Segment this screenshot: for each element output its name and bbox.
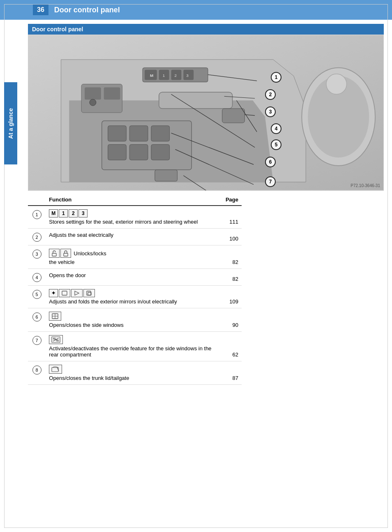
icon-override: [49, 335, 63, 344]
table-row: 4Opens the door82: [28, 269, 242, 286]
row-6-desc: Opens/closes the side windows: [49, 322, 123, 328]
row-6-num: 6: [28, 308, 46, 332]
svg-text:M: M: [150, 73, 153, 78]
row-2-desc: Adjusts the seat electrically: [49, 232, 113, 238]
row-5-function: ✦ Adjusts and folds the exterior mirrors…: [46, 286, 215, 308]
row-3-num: 3: [28, 245, 46, 269]
icon-lock: [60, 249, 71, 258]
row-5-desc: Adjusts and folds the exterior mirrors i…: [49, 298, 177, 305]
row-1-function: M 1 2 3 Stores settings for the seat, ex…: [46, 206, 215, 229]
table-header-row: Function Page: [28, 194, 242, 206]
svg-rect-23: [155, 170, 178, 181]
table-row: 6 Opens/closes the side windows90: [28, 308, 242, 332]
side-tab-label: At a glance: [7, 108, 14, 139]
svg-rect-20: [104, 87, 120, 99]
row-8-page: 87: [215, 361, 242, 385]
icon-m: M: [49, 209, 58, 217]
svg-marker-38: [75, 291, 79, 295]
row-3-function: Unlocks/locks the vehicle: [46, 245, 215, 269]
svg-text:2: 2: [175, 73, 177, 78]
row-3-page: 82: [215, 245, 242, 269]
row-4-num: 4: [28, 269, 46, 286]
svg-rect-37: [62, 291, 67, 295]
row-1-desc: Stores settings for the seat, exterior m…: [49, 219, 198, 225]
circle-1: 1: [32, 210, 42, 219]
svg-rect-19: [85, 87, 101, 99]
callout-7: 7: [265, 176, 276, 187]
circle-5: 5: [32, 290, 42, 299]
row-5-page: 109: [215, 286, 242, 308]
svg-rect-1: [159, 92, 233, 109]
svg-rect-13: [129, 126, 148, 141]
svg-rect-15: [108, 144, 127, 160]
icon-adjust: ✦: [49, 289, 58, 297]
col-function-header: Function: [46, 194, 215, 206]
row-4-desc: Opens the door: [49, 272, 86, 278]
table-row: 2Adjusts the seat electrically100: [28, 229, 242, 245]
icon-2: 2: [69, 209, 78, 217]
circle-3: 3: [32, 250, 42, 259]
table-row: 3 Unlocks/locks the vehicle82: [28, 245, 242, 269]
header-title: Door control panel: [54, 6, 120, 14]
row-1-page: 111: [215, 206, 242, 229]
row-8-num: 8: [28, 361, 46, 385]
svg-rect-36: [64, 253, 68, 256]
svg-rect-35: [52, 253, 56, 256]
main-content: Door control panel: [28, 20, 384, 385]
icon-fold: [83, 289, 95, 297]
row-2-page: 100: [215, 229, 242, 245]
section-header: Door control panel: [28, 24, 384, 35]
car-image: M 1 2 3: [28, 35, 384, 191]
circle-7: 7: [32, 336, 42, 345]
row-2-function: Adjusts the seat electrically: [46, 229, 215, 245]
callout-5: 5: [271, 139, 281, 150]
photo-reference: P72.10-3646-31: [350, 183, 380, 188]
row-8-desc: Opens/closes the trunk lid/tailgate: [49, 375, 129, 381]
svg-text:1: 1: [163, 73, 165, 78]
table-row: 8 Opens/closes the trunk lid/tailgate87: [28, 361, 242, 385]
callout-1: 1: [271, 72, 281, 83]
svg-rect-16: [129, 144, 148, 160]
row-6-page: 90: [215, 308, 242, 332]
header-page-num: 36: [33, 5, 48, 15]
icon-mirror1: [59, 289, 70, 297]
header: 36 Door control panel: [0, 0, 392, 20]
circle-8: 8: [32, 365, 42, 375]
row-4-page: 82: [215, 269, 242, 286]
callout-4: 4: [271, 123, 281, 134]
circle-6: 6: [32, 312, 42, 322]
row-4-function: Opens the door: [46, 269, 215, 286]
row-3-desc: the vehicle: [49, 259, 74, 265]
table-row: 7 Activates/deactivates the override fea…: [28, 332, 242, 361]
svg-rect-39: [87, 291, 91, 295]
icon-unlock: [49, 249, 60, 258]
svg-rect-12: [108, 126, 127, 141]
icon-1: 1: [59, 209, 68, 217]
row-2-num: 2: [28, 229, 46, 245]
row-7-function: Activates/deactivates the override featu…: [46, 332, 215, 361]
col-num-header: [28, 194, 46, 206]
side-tab: At a glance: [4, 82, 17, 164]
table-row: 5 ✦ Adjusts and folds the exterior mirro…: [28, 286, 242, 308]
callout-3: 3: [265, 106, 276, 117]
callout-2: 2: [265, 89, 276, 100]
svg-rect-22: [222, 109, 245, 123]
row-7-desc: Activates/deactivates the override featu…: [49, 345, 211, 358]
table-row: 1 M 1 2 3 Stores settings for the seat, …: [28, 206, 242, 229]
icon-3: 3: [78, 209, 88, 217]
row-7-num: 7: [28, 332, 46, 361]
unlock-label: Unlocks/locks: [74, 250, 106, 257]
car-illustration: M 1 2 3: [28, 35, 383, 190]
function-table: Function Page 1 M 1 2 3 Stores settings …: [28, 194, 242, 385]
row-6-function: Opens/closes the side windows: [46, 308, 215, 332]
icon-mirror2: [71, 289, 83, 297]
col-page-header: Page: [215, 194, 242, 206]
row-1-num: 1: [28, 206, 46, 229]
svg-text:3: 3: [186, 73, 189, 78]
icon-window: [49, 312, 61, 321]
circle-2: 2: [32, 233, 42, 242]
svg-rect-17: [151, 144, 170, 160]
row-8-function: Opens/closes the trunk lid/tailgate: [46, 361, 215, 385]
svg-point-21: [90, 99, 96, 106]
row-7-page: 62: [215, 332, 242, 361]
